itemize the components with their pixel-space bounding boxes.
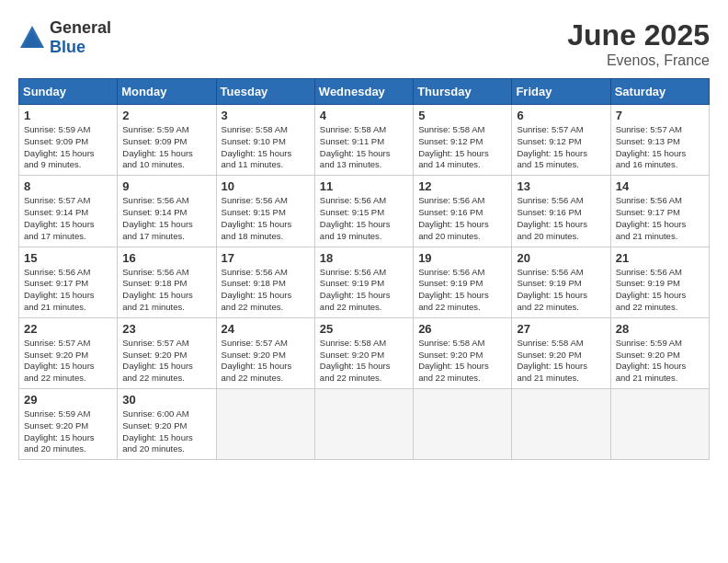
- title-block: June 2025 Evenos, France: [567, 18, 710, 69]
- table-row: [414, 389, 512, 460]
- day-number: 16: [122, 251, 210, 265]
- table-row: 23Sunrise: 5:57 AM Sunset: 9:20 PM Dayli…: [118, 317, 216, 388]
- day-number: 23: [122, 322, 210, 336]
- table-row: [512, 389, 610, 460]
- day-info: Sunrise: 5:58 AM Sunset: 9:11 PM Dayligh…: [320, 124, 408, 171]
- table-row: 16Sunrise: 5:56 AM Sunset: 9:18 PM Dayli…: [118, 247, 216, 317]
- day-number: 19: [418, 251, 506, 265]
- day-number: 11: [320, 179, 408, 193]
- day-number: 25: [320, 322, 408, 336]
- logo-blue-text: Blue: [50, 38, 111, 57]
- table-row: 30Sunrise: 6:00 AM Sunset: 9:20 PM Dayli…: [118, 389, 216, 460]
- table-row: 8Sunrise: 5:57 AM Sunset: 9:14 PM Daylig…: [19, 176, 118, 247]
- table-row: 3Sunrise: 5:58 AM Sunset: 9:10 PM Daylig…: [216, 105, 314, 176]
- table-row: 12Sunrise: 5:56 AM Sunset: 9:16 PM Dayli…: [414, 176, 512, 247]
- table-row: [314, 389, 413, 460]
- day-number: 30: [122, 393, 210, 407]
- day-info: Sunrise: 5:56 AM Sunset: 9:19 PM Dayligh…: [517, 267, 605, 314]
- day-info: Sunrise: 5:56 AM Sunset: 9:18 PM Dayligh…: [122, 267, 210, 314]
- day-info: Sunrise: 5:58 AM Sunset: 9:10 PM Dayligh…: [222, 124, 310, 171]
- page-header: General Blue June 2025 Evenos, France: [18, 18, 710, 69]
- day-number: 26: [418, 322, 506, 336]
- day-number: 2: [122, 109, 210, 122]
- day-number: 24: [222, 322, 310, 336]
- day-number: 5: [418, 109, 506, 122]
- table-row: [610, 389, 709, 460]
- day-info: Sunrise: 5:56 AM Sunset: 9:19 PM Dayligh…: [616, 267, 704, 314]
- location-title: Evenos, France: [567, 52, 710, 69]
- table-row: 9Sunrise: 5:56 AM Sunset: 9:14 PM Daylig…: [118, 176, 216, 247]
- day-number: 6: [517, 109, 605, 122]
- day-info: Sunrise: 5:58 AM Sunset: 9:20 PM Dayligh…: [320, 338, 408, 385]
- day-info: Sunrise: 5:58 AM Sunset: 9:20 PM Dayligh…: [418, 338, 506, 385]
- table-row: 2Sunrise: 5:59 AM Sunset: 9:09 PM Daylig…: [118, 105, 216, 176]
- table-row: 21Sunrise: 5:56 AM Sunset: 9:19 PM Dayli…: [610, 247, 709, 317]
- col-saturday: Saturday: [610, 79, 709, 105]
- day-number: 1: [24, 109, 112, 122]
- day-number: 15: [24, 251, 112, 265]
- day-info: Sunrise: 5:58 AM Sunset: 9:12 PM Dayligh…: [418, 124, 506, 171]
- calendar-header-row: Sunday Monday Tuesday Wednesday Thursday…: [19, 79, 710, 105]
- day-number: 27: [517, 322, 605, 336]
- calendar-table: Sunday Monday Tuesday Wednesday Thursday…: [18, 78, 710, 460]
- day-info: Sunrise: 5:56 AM Sunset: 9:17 PM Dayligh…: [616, 195, 704, 242]
- col-monday: Monday: [118, 79, 216, 105]
- day-number: 28: [616, 322, 704, 336]
- day-info: Sunrise: 6:00 AM Sunset: 9:20 PM Dayligh…: [122, 408, 210, 455]
- col-sunday: Sunday: [19, 79, 118, 105]
- logo-text: General Blue: [50, 18, 111, 57]
- table-row: 18Sunrise: 5:56 AM Sunset: 9:19 PM Dayli…: [314, 247, 413, 317]
- day-number: 14: [616, 179, 704, 193]
- day-number: 8: [24, 179, 112, 193]
- col-tuesday: Tuesday: [216, 79, 314, 105]
- day-info: Sunrise: 5:59 AM Sunset: 9:09 PM Dayligh…: [24, 124, 112, 171]
- day-number: 22: [24, 322, 112, 336]
- table-row: 27Sunrise: 5:58 AM Sunset: 9:20 PM Dayli…: [512, 317, 610, 388]
- day-info: Sunrise: 5:59 AM Sunset: 9:20 PM Dayligh…: [616, 338, 704, 385]
- table-row: 29Sunrise: 5:59 AM Sunset: 9:20 PM Dayli…: [19, 389, 118, 460]
- table-row: 4Sunrise: 5:58 AM Sunset: 9:11 PM Daylig…: [314, 105, 413, 176]
- day-info: Sunrise: 5:56 AM Sunset: 9:15 PM Dayligh…: [222, 195, 310, 242]
- day-info: Sunrise: 5:57 AM Sunset: 9:13 PM Dayligh…: [616, 124, 704, 171]
- calendar-week-row: 15Sunrise: 5:56 AM Sunset: 9:17 PM Dayli…: [19, 247, 710, 317]
- day-info: Sunrise: 5:56 AM Sunset: 9:18 PM Dayligh…: [222, 267, 310, 314]
- day-info: Sunrise: 5:56 AM Sunset: 9:19 PM Dayligh…: [320, 267, 408, 314]
- day-info: Sunrise: 5:57 AM Sunset: 9:20 PM Dayligh…: [24, 338, 112, 385]
- day-number: 21: [616, 251, 704, 265]
- logo-general-text: General: [50, 18, 111, 38]
- col-thursday: Thursday: [414, 79, 512, 105]
- month-title: June 2025: [567, 18, 710, 52]
- day-info: Sunrise: 5:56 AM Sunset: 9:15 PM Dayligh…: [320, 195, 408, 242]
- table-row: 1Sunrise: 5:59 AM Sunset: 9:09 PM Daylig…: [19, 105, 118, 176]
- day-info: Sunrise: 5:59 AM Sunset: 9:09 PM Dayligh…: [122, 124, 210, 171]
- logo: General Blue: [18, 18, 111, 57]
- table-row: 5Sunrise: 5:58 AM Sunset: 9:12 PM Daylig…: [414, 105, 512, 176]
- calendar-week-row: 29Sunrise: 5:59 AM Sunset: 9:20 PM Dayli…: [19, 389, 710, 460]
- day-info: Sunrise: 5:56 AM Sunset: 9:19 PM Dayligh…: [418, 267, 506, 314]
- day-number: 29: [24, 393, 112, 407]
- table-row: 26Sunrise: 5:58 AM Sunset: 9:20 PM Dayli…: [414, 317, 512, 388]
- col-friday: Friday: [512, 79, 610, 105]
- day-number: 17: [222, 251, 310, 265]
- day-info: Sunrise: 5:57 AM Sunset: 9:20 PM Dayligh…: [222, 338, 310, 385]
- day-info: Sunrise: 5:56 AM Sunset: 9:16 PM Dayligh…: [418, 195, 506, 242]
- day-info: Sunrise: 5:59 AM Sunset: 9:20 PM Dayligh…: [24, 408, 112, 455]
- day-info: Sunrise: 5:58 AM Sunset: 9:20 PM Dayligh…: [517, 338, 605, 385]
- calendar-week-row: 1Sunrise: 5:59 AM Sunset: 9:09 PM Daylig…: [19, 105, 710, 176]
- table-row: 19Sunrise: 5:56 AM Sunset: 9:19 PM Dayli…: [414, 247, 512, 317]
- table-row: 11Sunrise: 5:56 AM Sunset: 9:15 PM Dayli…: [314, 176, 413, 247]
- day-number: 3: [222, 109, 310, 122]
- logo-icon: [18, 24, 46, 52]
- table-row: 22Sunrise: 5:57 AM Sunset: 9:20 PM Dayli…: [19, 317, 118, 388]
- day-info: Sunrise: 5:56 AM Sunset: 9:16 PM Dayligh…: [517, 195, 605, 242]
- table-row: 20Sunrise: 5:56 AM Sunset: 9:19 PM Dayli…: [512, 247, 610, 317]
- table-row: 14Sunrise: 5:56 AM Sunset: 9:17 PM Dayli…: [610, 176, 709, 247]
- day-number: 20: [517, 251, 605, 265]
- day-number: 9: [122, 179, 210, 193]
- day-info: Sunrise: 5:56 AM Sunset: 9:17 PM Dayligh…: [24, 267, 112, 314]
- table-row: 25Sunrise: 5:58 AM Sunset: 9:20 PM Dayli…: [314, 317, 413, 388]
- table-row: 6Sunrise: 5:57 AM Sunset: 9:12 PM Daylig…: [512, 105, 610, 176]
- day-info: Sunrise: 5:57 AM Sunset: 9:12 PM Dayligh…: [517, 124, 605, 171]
- table-row: [216, 389, 314, 460]
- day-number: 7: [616, 109, 704, 122]
